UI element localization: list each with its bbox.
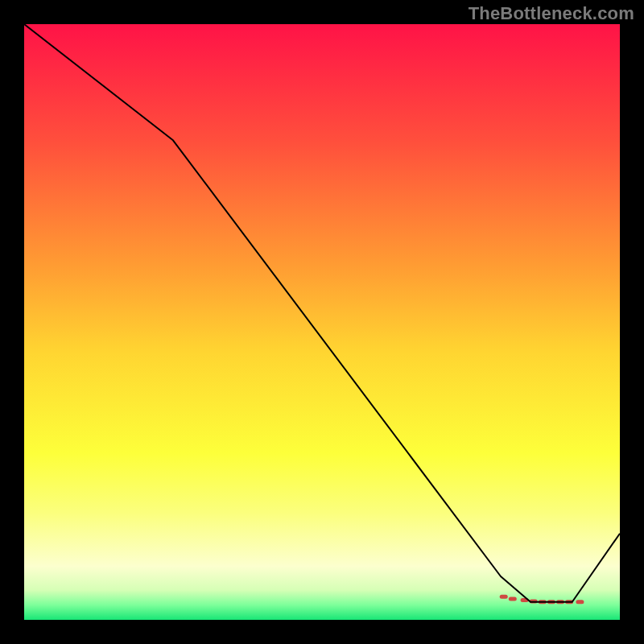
marker-dot [509,597,517,601]
chart-svg [24,24,620,620]
plot-area [24,24,620,620]
marker-dot [576,600,584,604]
chart-frame: TheBottleneck.com [0,0,644,644]
watermark-text: TheBottleneck.com [469,3,634,24]
marker-dot [500,595,508,599]
gradient-background [24,24,620,620]
